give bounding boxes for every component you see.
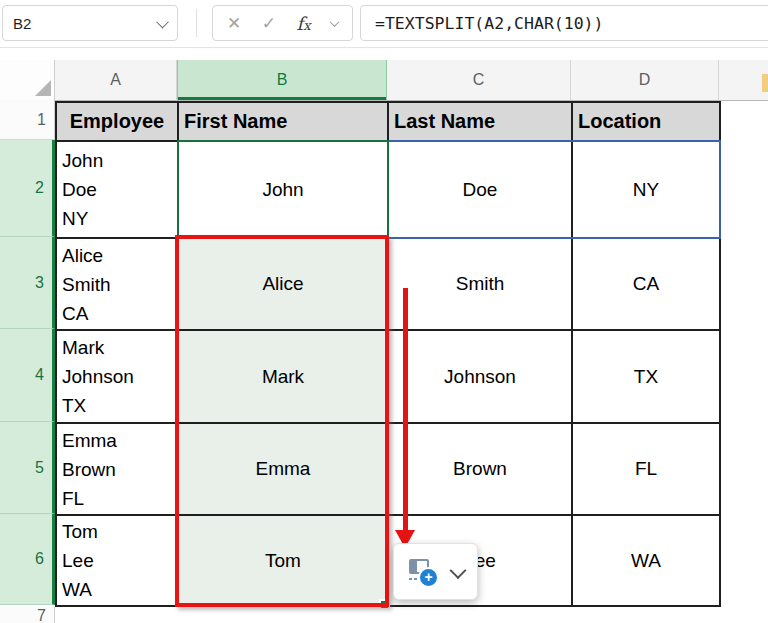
cell-b1[interactable]: First Name — [177, 101, 389, 142]
chevron-down-icon[interactable] — [156, 15, 169, 28]
cell-a3[interactable]: Alice Smith CA — [55, 237, 179, 331]
cell-c2[interactable]: Doe — [387, 140, 573, 239]
divider — [196, 9, 197, 37]
column-header-a[interactable]: A — [55, 60, 177, 101]
formula-text: =TEXTSPLIT(A2,CHAR(10)) — [375, 14, 603, 33]
cell-c4[interactable]: Johnson — [387, 329, 573, 424]
annotation-red-arrow-line — [403, 288, 408, 532]
formula-bar: B2 ✕ ✓ fx =TEXTSPLIT(A2,CHAR(10)) — [0, 0, 768, 48]
selected-column-underline — [178, 97, 386, 100]
cell-d5[interactable]: FL — [571, 422, 721, 516]
chevron-down-icon[interactable] — [330, 17, 340, 27]
formula-input[interactable]: =TEXTSPLIT(A2,CHAR(10)) — [360, 5, 768, 41]
smart-tag-button[interactable]: + — [393, 543, 478, 600]
name-box[interactable]: B2 — [2, 5, 178, 41]
cell-c5[interactable]: Brown — [387, 422, 573, 516]
cell-a6[interactable]: Tom Lee WA — [55, 514, 179, 607]
cell-d4[interactable]: TX — [571, 329, 721, 424]
row-header-6[interactable]: 6 — [0, 514, 55, 605]
select-all-corner[interactable] — [0, 60, 55, 101]
cancel-icon[interactable]: ✕ — [227, 13, 241, 34]
column-header-d[interactable]: D — [571, 60, 719, 101]
column-header-e-partial[interactable] — [719, 60, 768, 101]
chevron-down-icon[interactable] — [450, 562, 467, 579]
cell-d2[interactable]: NY — [571, 140, 721, 239]
cell-a1[interactable]: Employee — [55, 101, 179, 142]
enter-icon[interactable]: ✓ — [262, 13, 276, 34]
clipped-ui-sliver — [762, 74, 768, 92]
cell-d1[interactable]: Location — [571, 101, 721, 142]
column-header-c[interactable]: C — [387, 60, 571, 101]
cell-a2[interactable]: John Doe NY — [55, 140, 179, 239]
column-header-b[interactable]: B — [177, 60, 387, 101]
row-header-3[interactable]: 3 — [0, 237, 55, 329]
row-header-4[interactable]: 4 — [0, 329, 55, 422]
cell-a5[interactable]: Emma Brown FL — [55, 422, 179, 516]
cell-d6[interactable]: WA — [571, 514, 721, 607]
cell-a4[interactable]: Mark Johnson TX — [55, 329, 179, 424]
row-header-1[interactable]: 1 — [0, 100, 55, 140]
name-box-value: B2 — [13, 15, 31, 32]
cell-b2-active[interactable]: John — [177, 140, 389, 239]
cell-c3[interactable]: Smith — [387, 237, 573, 331]
row-header-7-partial[interactable]: 7 — [0, 607, 55, 623]
select-all-triangle-icon — [35, 80, 51, 96]
formula-buttons: ✕ ✓ fx — [212, 5, 353, 41]
annotation-red-rectangle — [175, 235, 389, 607]
cell-d3[interactable]: CA — [571, 237, 721, 331]
excel-window: B2 ✕ ✓ fx =TEXTSPLIT(A2,CHAR(10)) A B C … — [0, 0, 768, 623]
cell-c1[interactable]: Last Name — [387, 101, 573, 142]
table-add-icon: + — [407, 558, 437, 586]
row-header-5[interactable]: 5 — [0, 422, 55, 514]
row-header-2[interactable]: 2 — [0, 140, 55, 237]
insert-function-icon[interactable]: fx — [296, 13, 310, 34]
